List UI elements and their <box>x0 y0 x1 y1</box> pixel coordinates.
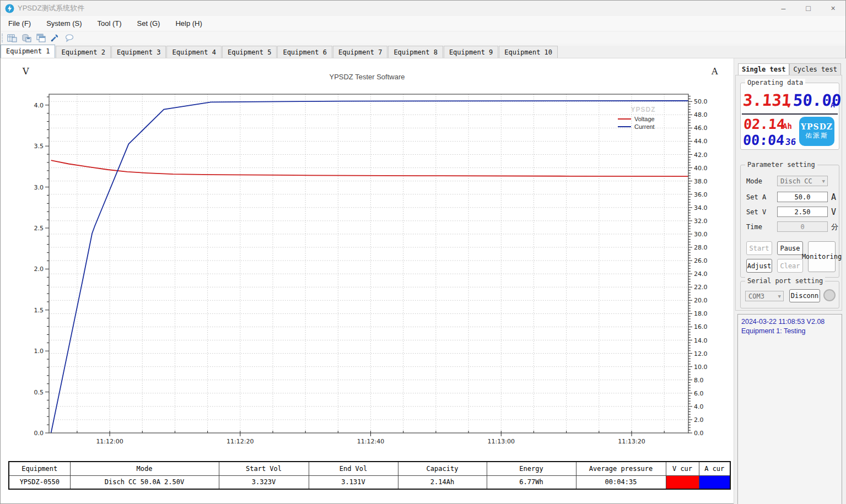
report-icon[interactable] <box>6 33 18 43</box>
chevron-down-icon: ▼ <box>778 294 781 299</box>
chart-title: YPSDZ Tester Software <box>1 73 734 81</box>
legend-item-voltage: Voltage <box>618 115 669 123</box>
current-readout-unit: A <box>831 101 835 109</box>
com-port-dropdown[interactable]: COM3 ▼ <box>745 291 784 301</box>
tab-equipment-6[interactable]: Equipment 6 <box>277 46 332 58</box>
chart-legend: YPSDZ Voltage Current <box>618 106 669 131</box>
table-header-cell: Average pressure <box>576 462 666 475</box>
tab-equipment-5[interactable]: Equipment 5 <box>222 46 277 58</box>
mode-value: Disch CC <box>780 177 812 185</box>
single-test-panel: Operating data 3.131 v 50.00 A 02.14 Ah … <box>735 75 842 311</box>
table-header-cell: Energy <box>487 462 576 475</box>
elapsed-time-readout: 00:04 <box>742 132 785 148</box>
tab-equipment-7[interactable]: Equipment 7 <box>333 46 387 58</box>
logo-line2: 佑派斯 <box>805 131 828 140</box>
svg-text:2.0: 2.0 <box>694 416 704 424</box>
svg-text:14.0: 14.0 <box>694 337 708 344</box>
legend-item-current: Current <box>618 123 669 131</box>
equipment-tabstrip: Equipment 1 Equipment 2 Equipment 3 Equi… <box>1 45 845 58</box>
log-line: 2024-03-22 11:08:53 V2.08 <box>741 317 838 327</box>
copy-icon[interactable] <box>35 33 47 43</box>
tab-equipment-9[interactable]: Equipment 9 <box>444 46 498 58</box>
time-input[interactable] <box>777 221 828 232</box>
svg-text:32.0: 32.0 <box>694 218 708 225</box>
tab-equipment-8[interactable]: Equipment 8 <box>388 46 443 58</box>
test-mode-tabs: Single test Cycles test <box>738 63 841 75</box>
tab-cycles-test[interactable]: Cycles test <box>789 63 840 75</box>
svg-text:16.0: 16.0 <box>694 323 708 330</box>
menu-system[interactable]: System (S) <box>39 16 89 31</box>
svg-text:11:12:00: 11:12:00 <box>96 438 123 445</box>
maximize-button[interactable]: □ <box>796 1 821 16</box>
mode-dropdown[interactable]: Disch CC ▼ <box>777 176 828 186</box>
tab-equipment-3[interactable]: Equipment 3 <box>111 46 166 58</box>
tab-equipment-1[interactable]: Equipment 1 <box>1 45 55 58</box>
tab-equipment-4[interactable]: Equipment 4 <box>166 46 221 58</box>
pause-button[interactable]: Pause <box>777 241 803 255</box>
operating-data-group: Operating data 3.131 v 50.00 A 02.14 Ah … <box>740 83 839 150</box>
current-line-swatch <box>618 126 631 127</box>
monitoring-button[interactable]: Monitoring <box>808 241 836 272</box>
right-panel: Single test Cycles test Operating data 3… <box>734 58 846 504</box>
table-cell: 00:04:35 <box>576 475 666 489</box>
svg-text:0.0: 0.0 <box>694 430 704 437</box>
set-a-input[interactable] <box>777 192 828 202</box>
svg-text:36.0: 36.0 <box>694 191 708 198</box>
tab-equipment-2[interactable]: Equipment 2 <box>56 46 110 58</box>
table-cell: 3.131V <box>309 475 398 489</box>
table-cell: YPSDZ-0550 <box>9 475 70 489</box>
tab-equipment-10[interactable]: Equipment 10 <box>499 46 558 58</box>
table-header-cell: V cur <box>666 462 699 475</box>
svg-text:8.0: 8.0 <box>694 377 704 384</box>
svg-text:28.0: 28.0 <box>694 244 708 251</box>
save-icon[interactable] <box>20 33 33 43</box>
start-button[interactable]: Start <box>746 241 772 255</box>
menu-file[interactable]: File (F) <box>1 16 39 31</box>
menu-help[interactable]: Help (H) <box>168 16 209 31</box>
serial-port-group: Serial port setting COM3 ▼ Disconn <box>740 281 839 308</box>
comment-icon[interactable] <box>63 33 76 43</box>
svg-text:0.5: 0.5 <box>34 389 44 396</box>
tab-single-test[interactable]: Single test <box>738 63 789 75</box>
clear-button[interactable]: Clear <box>777 259 803 273</box>
adjust-button[interactable]: Adjust <box>746 259 772 273</box>
menu-tool[interactable]: Tool (T) <box>89 16 129 31</box>
disconnect-button[interactable]: Disconn <box>789 289 820 302</box>
svg-text:3.0: 3.0 <box>34 184 44 191</box>
toolbar-grip[interactable] <box>2 34 4 42</box>
svg-text:4.0: 4.0 <box>694 403 704 410</box>
elapsed-seconds-readout: 36 <box>785 137 796 147</box>
svg-text:2.5: 2.5 <box>34 225 44 232</box>
app-logo-icon <box>5 4 14 13</box>
svg-text:30.0: 30.0 <box>694 231 708 238</box>
svg-text:0.0: 0.0 <box>34 430 44 437</box>
serial-port-title: Serial port setting <box>745 277 825 285</box>
set-a-label: Set A <box>746 193 766 201</box>
title-bar: YPSDZ测试系统软件 – □ × <box>1 1 845 16</box>
svg-text:4.0: 4.0 <box>34 102 44 109</box>
menu-bar: File (F) System (S) Tool (T) Set (G) Hel… <box>1 16 845 31</box>
svg-text:10.0: 10.0 <box>694 364 708 371</box>
chevron-down-icon: ▼ <box>822 178 825 184</box>
svg-text:34.0: 34.0 <box>694 204 708 212</box>
mode-label: Mode <box>746 177 762 185</box>
voltage-readout-unit: v <box>786 101 791 109</box>
set-v-input[interactable] <box>777 207 828 217</box>
log-line: Equipment 1: Testing <box>741 327 838 336</box>
svg-text:38.0: 38.0 <box>694 178 708 185</box>
svg-text:46.0: 46.0 <box>694 124 708 132</box>
minimize-button[interactable]: – <box>771 1 796 16</box>
close-button[interactable]: × <box>821 1 845 16</box>
svg-text:1.0: 1.0 <box>34 348 44 355</box>
capacity-readout: 02.14 <box>743 116 785 132</box>
svg-text:44.0: 44.0 <box>694 138 708 145</box>
menu-set[interactable]: Set (G) <box>130 16 168 31</box>
voltage-readout: 3.131 <box>742 91 792 110</box>
wrench-icon[interactable] <box>49 33 61 43</box>
svg-text:11:12:40: 11:12:40 <box>357 438 384 445</box>
operating-data-title: Operating data <box>745 79 805 86</box>
ypsdz-logo: YPSDZ 佑派斯 <box>799 117 834 146</box>
table-cell: 6.77Wh <box>487 475 576 489</box>
capacity-readout-unit: Ah <box>783 122 792 131</box>
set-a-unit: A <box>831 192 836 202</box>
